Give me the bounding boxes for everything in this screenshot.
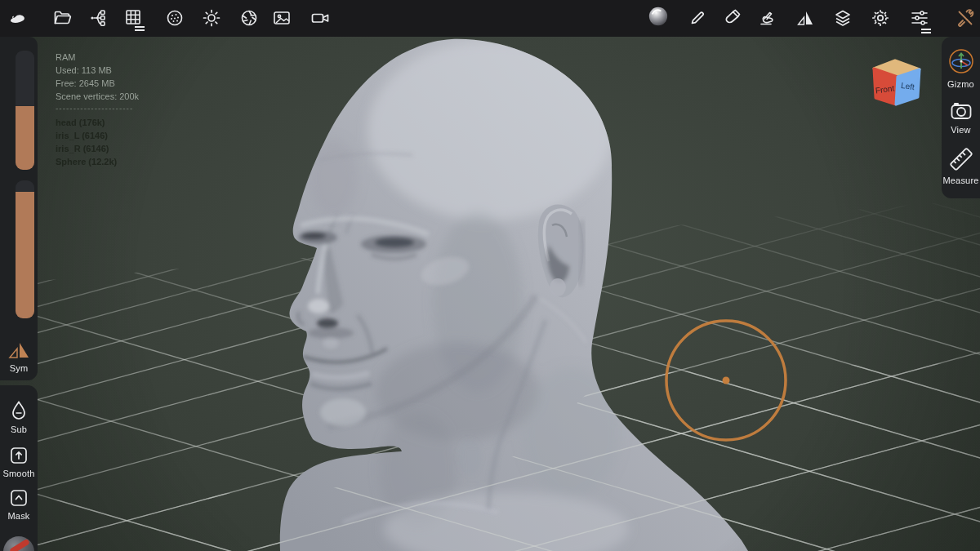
measure-label: Measure [942,176,980,185]
object-row: iris_R (6146) [56,142,139,155]
symmetry-toggle-button[interactable]: Sym [0,340,38,373]
object-row: Sphere (12.2k) [56,155,139,168]
tools-wrench-icon[interactable] [956,8,975,28]
lighting-sun-icon[interactable] [202,8,221,28]
view-label: View [942,125,980,135]
measure-ruler-icon [948,146,974,172]
settings-gear-icon[interactable] [871,8,890,28]
mask-label: Mask [0,511,38,521]
gizmo-button[interactable]: Gizmo [942,47,980,89]
brush-radius-fill [16,106,34,170]
brush-intensity-fill [16,192,34,318]
view-camera-icon [950,100,973,122]
nomad-logo-icon[interactable] [8,8,28,28]
object-row: iris_L (6146) [56,129,139,142]
smooth-label: Smooth [0,469,38,478]
scene-stats: RAM Used: 113 MB Free: 2645 MB Scene ver… [56,51,139,168]
interface-menu-mark [921,29,931,30]
measure-button[interactable]: Measure [942,146,980,185]
viewport-canvas[interactable] [0,0,980,551]
top-toolbar [0,0,980,37]
symmetry-tan-icon [7,340,31,360]
brush-preview-stroke [9,539,30,551]
brush-intensity-slider[interactable] [16,180,34,318]
interface-sliders-icon[interactable] [910,8,929,28]
view-button[interactable]: View [942,100,980,135]
files-folder-icon[interactable] [52,8,72,28]
sym-label: Sym [0,363,38,373]
sub-button[interactable]: Sub [0,400,38,434]
stroke-hand-icon[interactable] [758,8,777,28]
symmetry-icon[interactable] [795,8,815,28]
brush-radius-slider[interactable] [16,51,34,170]
droplet-minus-icon [9,400,29,421]
object-row: head (176k) [56,116,139,129]
orientation-cube[interactable]: Front Left [864,57,931,111]
box-arrow-up-icon [9,446,29,465]
box-caret-icon [9,488,29,508]
material-ball-icon[interactable] [648,7,671,29]
smooth-button[interactable]: Smooth [0,446,38,478]
stats-divider: ---------------------- [56,103,139,114]
topology-menu-mark [135,26,145,28]
background-image-icon[interactable] [272,8,292,28]
camera-icon[interactable] [310,8,330,28]
postprocess-aperture-icon[interactable] [239,8,259,28]
multiresolution-sphere-icon[interactable] [165,8,185,28]
left-action-panel: Sub Smooth Mask [0,385,38,551]
ram-used: Used: 113 MB [56,64,139,77]
right-tool-panel: Gizmo View Measure [942,37,980,198]
vignette [0,0,980,551]
left-tool-panel: Sym [0,37,38,380]
ram-free: Free: 2645 MB [56,77,139,90]
layers-icon[interactable] [833,8,853,28]
brush-pencil-icon[interactable] [688,8,707,28]
ram-title: RAM [56,51,139,64]
brush-preview-sphere[interactable] [3,536,34,551]
scene-vertices: Scene vertices: 200k [56,90,139,103]
sub-label: Sub [0,424,38,434]
scene-graph-icon[interactable] [89,8,109,28]
paint-brush-icon[interactable] [722,8,742,28]
mask-button[interactable]: Mask [0,488,38,521]
gizmo-icon [947,47,976,76]
topology-grid-icon[interactable] [123,8,143,28]
gizmo-label: Gizmo [942,79,980,89]
app-screen: RAM Used: 113 MB Free: 2645 MB Scene ver… [0,0,980,551]
